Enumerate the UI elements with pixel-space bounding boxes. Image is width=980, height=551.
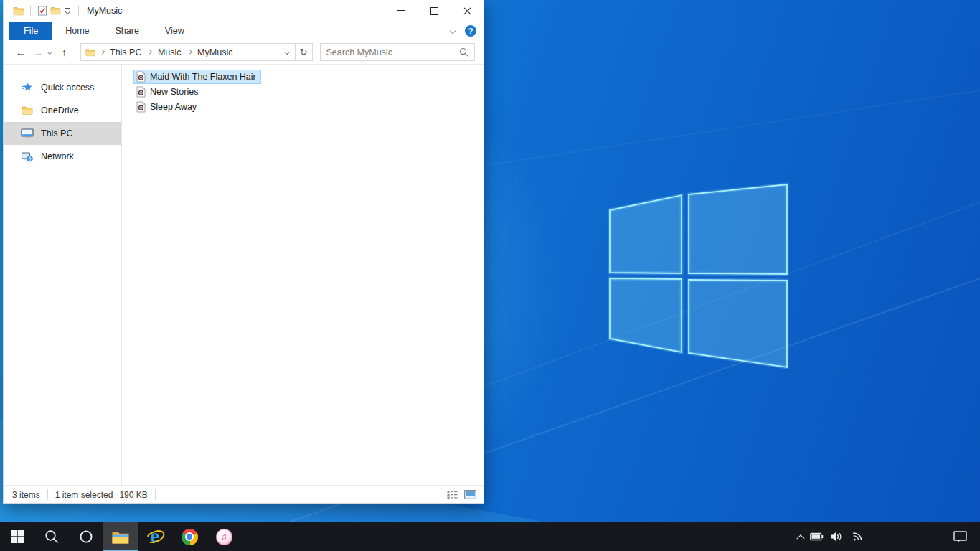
system-tray [798,522,864,551]
sidebar-item-label: Network [41,151,74,161]
audio-file-icon [136,86,146,98]
file-item-maid-with-the-flaxen-hair[interactable]: Maid With The Flaxen Hair [133,70,261,84]
windows-logo-pane-tr [689,184,787,274]
battery-icon[interactable] [810,532,824,541]
window-body: Quick access OneDrive This PC [4,65,484,485]
window-controls [385,0,484,22]
file-item-new-stories[interactable]: New Stories [133,85,203,99]
up-button[interactable]: ↑ [56,47,73,58]
windows-logo [610,184,787,367]
status-separator [155,489,156,500]
file-list[interactable]: Maid With The Flaxen Hair New Stories Sl… [122,65,484,485]
sidebar-item-quick-access[interactable]: Quick access [4,76,121,99]
breadcrumb-chevron-icon [100,50,104,54]
search-icon [44,529,59,544]
window-title: MyMusic [87,6,122,16]
address-dropdown-button[interactable] [281,50,295,54]
title-bar[interactable]: MyMusic [4,0,484,22]
search-box[interactable] [320,43,476,61]
maximize-button[interactable] [418,0,451,22]
selection-size: 190 KB [119,490,147,500]
taskbar-internet-explorer-button[interactable]: e [138,522,172,551]
sidebar-item-network[interactable]: Network [4,145,121,168]
internet-explorer-icon: e [145,527,165,547]
tab-view[interactable]: View [152,22,197,40]
sidebar-item-onedrive[interactable]: OneDrive [4,99,121,122]
tab-file[interactable]: File [9,22,52,40]
tab-share[interactable]: Share [103,22,152,40]
details-view-button[interactable] [447,490,458,499]
sidebar-item-label: Quick access [41,83,94,93]
breadcrumb-mymusic[interactable]: MyMusic [196,47,234,58]
selection-count: 1 item selected [55,490,113,500]
sidebar-item-label: This PC [41,128,72,138]
thumbnail-view-button[interactable] [464,490,476,499]
show-hidden-icons-button[interactable] [796,534,804,542]
file-row-container: Maid With The Flaxen Hair [133,70,484,85]
file-name: Sleep Away [150,102,197,112]
quick-access-star-icon [21,82,34,93]
explorer-folder-icon[interactable] [12,3,25,19]
taskbar-itunes-button[interactable]: ♫ [207,522,241,551]
chevron-down-icon [65,10,70,14]
network-pc-icon [21,151,34,162]
file-explorer-icon [111,529,130,545]
navigation-pane: Quick access OneDrive This PC [4,65,122,485]
file-row-container: New Stories [133,85,484,100]
breadcrumb-this-pc[interactable]: This PC [108,47,143,58]
wifi-icon[interactable] [849,531,864,543]
close-button[interactable] [451,0,484,22]
search-icon[interactable] [459,47,468,57]
taskbar-chrome-button[interactable] [172,522,207,551]
audio-file-icon [136,71,146,83]
recent-locations-dropdown[interactable] [47,50,52,54]
status-bar: 3 items 1 item selected 190 KB [4,485,484,504]
taskbar-file-explorer-button[interactable] [103,522,138,551]
close-icon [463,6,472,16]
expand-ribbon-button[interactable] [450,28,456,34]
status-separator [47,489,48,500]
taskbar-search-button[interactable] [34,522,69,551]
forward-button[interactable]: → [29,46,47,58]
sidebar-item-this-pc[interactable]: This PC [4,122,121,145]
tab-home[interactable]: Home [52,22,102,40]
file-explorer-window: MyMusic File Home Share View ? ← → ↑ [3,0,484,504]
new-folder-button[interactable] [49,3,62,19]
cortana-button[interactable] [69,522,103,551]
windows-logo-pane-bl [610,278,682,352]
address-bar[interactable]: This PC Music MyMusic ↻ [80,43,313,61]
windows-start-icon [11,530,24,543]
toolbar-separator [78,6,79,16]
minimize-button[interactable] [385,0,418,22]
minimize-icon [397,10,405,11]
ribbon-tab-bar: File Home Share View ? [4,22,484,40]
file-item-sleep-away[interactable]: Sleep Away [133,100,202,114]
file-row-container: Sleep Away [133,100,484,115]
address-bar-row: ← → ↑ This PC Music MyMusic ↻ [4,40,484,65]
breadcrumb-chevron-icon[interactable] [187,50,192,54]
folder-icon [85,48,95,57]
breadcrumb-music[interactable]: Music [156,47,183,58]
customize-quick-access-toolbar-button[interactable] [62,8,73,14]
file-name: New Stories [150,87,198,97]
properties-button[interactable] [36,3,49,19]
help-button[interactable]: ? [465,25,476,37]
toolbar-separator [30,6,31,16]
start-button[interactable] [0,522,34,551]
onedrive-folder-icon [21,105,34,116]
chrome-icon [182,529,198,545]
items-count: 3 items [12,490,40,500]
refresh-button[interactable]: ↻ [296,47,312,57]
action-center-button[interactable] [948,522,974,551]
sidebar-item-label: OneDrive [41,105,79,116]
windows-logo-pane-br [689,280,787,367]
wallpaper-ray [459,90,980,169]
search-input[interactable] [326,47,460,57]
volume-icon[interactable] [830,532,843,542]
taskbar: e ♫ [0,522,980,551]
back-button[interactable]: ← [12,46,29,58]
this-pc-monitor-icon [21,128,34,139]
screen: MyMusic File Home Share View ? ← → ↑ [0,0,980,551]
breadcrumb-chevron-icon[interactable] [148,50,152,54]
action-center-icon [953,531,968,543]
